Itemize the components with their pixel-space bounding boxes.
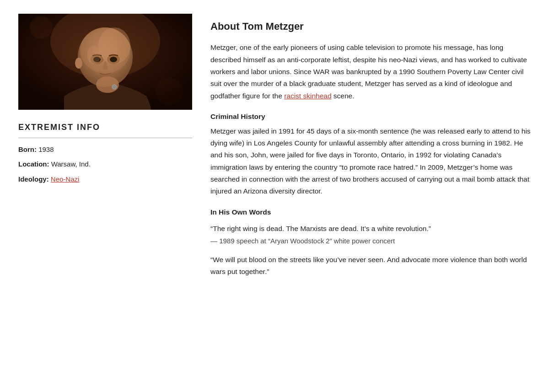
born-value: 1938 bbox=[38, 145, 54, 153]
location-label: Location: bbox=[18, 160, 51, 168]
page-container: EXTREMIST INFO Born: 1938 Location: Wars… bbox=[0, 0, 549, 301]
about-text-before-link: Metzger, one of the early pioneers of us… bbox=[210, 43, 527, 99]
quote-block-2: “We will put blood on the streets like y… bbox=[210, 254, 531, 278]
quote1-text: “The right wing is dead. The Marxists ar… bbox=[210, 223, 531, 235]
criminal-history-section: Criminal History Metzger was jailed in 1… bbox=[210, 111, 531, 198]
svg-point-11 bbox=[75, 58, 82, 69]
criminal-history-heading: Criminal History bbox=[210, 111, 531, 123]
svg-point-13 bbox=[112, 85, 117, 89]
profile-svg bbox=[18, 14, 192, 110]
info-row-born: Born: 1938 bbox=[18, 145, 192, 155]
criminal-history-text: Metzger was jailed in 1991 for 45 days o… bbox=[210, 125, 531, 198]
in-his-own-words-section: In His Own Words “The right wing is dead… bbox=[210, 207, 531, 278]
right-column: About Tom Metzger Metzger, one of the ea… bbox=[210, 14, 531, 287]
extremist-info-section: EXTREMIST INFO Born: 1938 Location: Wars… bbox=[18, 121, 192, 184]
info-divider bbox=[18, 138, 192, 138]
info-row-ideology: Ideology: Neo-Nazi bbox=[18, 174, 192, 185]
info-row-location: Location: Warsaw, Ind. bbox=[18, 159, 192, 170]
ideology-label: Ideology: bbox=[18, 175, 51, 183]
left-column: EXTREMIST INFO Born: 1938 Location: Wars… bbox=[18, 14, 192, 287]
svg-point-16 bbox=[156, 78, 183, 105]
extremist-info-title: EXTREMIST INFO bbox=[18, 121, 192, 134]
svg-point-15 bbox=[30, 16, 53, 39]
svg-point-10 bbox=[110, 57, 117, 62]
racist-skinhead-link[interactable]: racist skinhead bbox=[284, 92, 331, 100]
born-label: Born: bbox=[18, 145, 38, 153]
about-text-after-link: scene. bbox=[332, 92, 355, 100]
in-his-own-words-heading: In His Own Words bbox=[210, 207, 531, 218]
svg-point-14 bbox=[87, 46, 101, 64]
ideology-link[interactable]: Neo-Nazi bbox=[51, 175, 80, 183]
about-title: About Tom Metzger bbox=[210, 18, 531, 34]
profile-image-placeholder bbox=[18, 14, 192, 110]
profile-image bbox=[18, 14, 192, 110]
location-value: Warsaw, Ind. bbox=[51, 160, 91, 168]
about-description: Metzger, one of the early pioneers of us… bbox=[210, 42, 531, 102]
quote2-text: “We will put blood on the streets like y… bbox=[210, 254, 531, 278]
quote-block-1: “The right wing is dead. The Marxists ar… bbox=[210, 223, 531, 247]
svg-point-12 bbox=[96, 76, 119, 93]
quote1-attribution: — 1989 speech at “Aryan Woodstock 2” whi… bbox=[210, 236, 531, 247]
